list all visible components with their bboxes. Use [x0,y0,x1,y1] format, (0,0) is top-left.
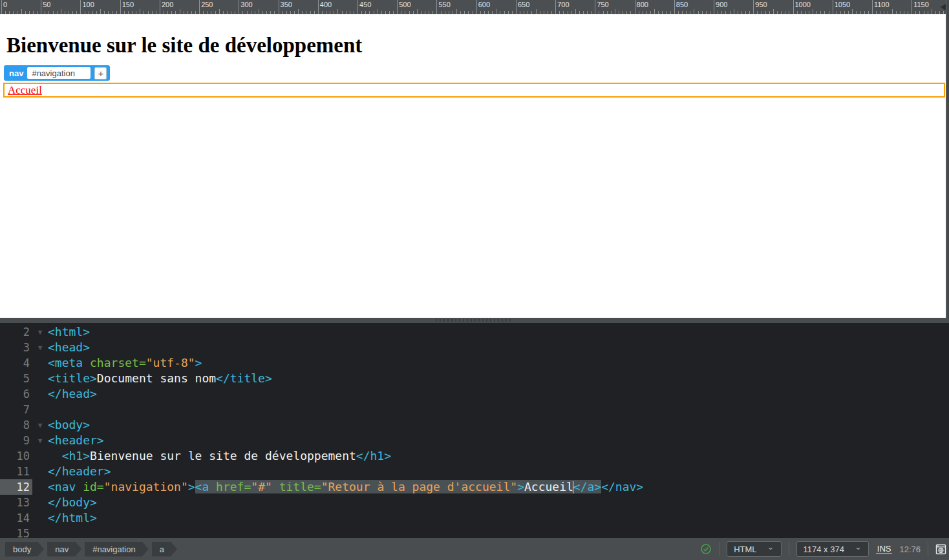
ruler-major-tick [793,0,794,14]
ruler-label: 350 [281,1,292,8]
cursor-position: 12:76 [899,544,921,554]
line-number: 4 [0,355,32,371]
ruler-tick [337,9,338,14]
code-line-15[interactable]: 15 [0,526,949,538]
element-tag-label[interactable]: nav [9,68,23,78]
code-text: </html> [48,510,97,526]
line-number: 12 [0,479,32,495]
code-line-11[interactable]: 11</header> [0,464,949,479]
code-fold-icon[interactable]: ▼ [32,421,48,430]
dreamweaver-window: 0501001502002503003504004505005506006507… [0,0,949,560]
line-number: 8 [0,417,32,433]
ruler-label: 500 [399,1,411,8]
selected-nav-element[interactable]: Accueil [3,83,945,98]
code-view[interactable]: 2▼<html>3▼<head>4<meta charset="utf-8">5… [0,323,949,538]
code-text: </header> [48,464,111,479]
element-id-input[interactable]: #navigation [27,67,91,79]
ruler-tick [932,9,932,14]
code-line-5[interactable]: 5<title>Document sans nom</title> [0,371,949,386]
line-number: 13 [0,495,32,510]
line-number: 7 [0,402,32,417]
ruler-label: 400 [320,1,332,8]
code-line-12[interactable]: 12<nav id="navigation"><a href="#" title… [0,479,949,495]
code-fold-icon[interactable]: ▼ [32,344,48,352]
horizontal-ruler: 0501001502002503003504004505005506006507… [0,0,949,14]
separator [928,542,928,556]
ruler-label: 950 [755,1,767,8]
chevron-down-icon: ⌄ [767,544,774,550]
code-line-6[interactable]: 6</head> [0,386,949,402]
accueil-link[interactable]: Accueil [8,84,42,97]
ruler-label: 800 [637,1,648,8]
line-number: 9 [0,433,32,448]
ruler-tick [378,9,378,14]
code-text: <body> [48,417,90,433]
ruler-major-tick [436,0,437,14]
split-view-divider[interactable] [0,318,949,323]
code-text: <head> [48,340,90,355]
ruler-tick [456,9,457,14]
tag-selector-body[interactable]: body [5,542,44,557]
ruler-tick [417,9,418,14]
line-number: 3 [0,340,32,355]
doc-type-dropdown[interactable]: HTML ⌄ [727,541,781,557]
ruler-tick [654,9,655,14]
window-size-value: 1174 x 374 [804,544,844,554]
add-class-id-button[interactable]: + [94,67,107,79]
code-line-8[interactable]: 8▼<body> [0,417,949,433]
tag-selector-navigation[interactable]: #navigation [85,542,149,557]
tag-selector-a[interactable]: a [152,542,177,557]
ruler-label: 1150 [913,1,929,8]
ruler-tick [61,9,61,14]
code-line-2[interactable]: 2▼<html> [0,324,949,340]
code-line-7[interactable]: 7 [0,402,949,417]
ruler-label: 1050 [835,1,850,8]
ruler-tick [773,9,774,14]
code-line-9[interactable]: 9▼<header> [0,433,949,448]
ruler-tick [892,9,893,14]
status-bar-right: HTML ⌄ 1174 x 374 ⌄ INS 12:76 [700,538,946,560]
ruler-major-tick [239,0,239,14]
line-number: 10 [0,448,32,464]
live-preview-icon[interactable] [935,543,946,555]
separator [719,542,720,556]
ruler-label: 50 [43,1,50,8]
code-line-10[interactable]: 10 <h1>Bienvenue sur le site de développ… [0,448,949,464]
code-line-13[interactable]: 13</body> [0,495,949,510]
line-number: 11 [0,464,32,479]
ruler-label: 550 [438,1,450,8]
ruler-tick [734,9,734,14]
ruler-major-tick [318,0,319,14]
code-line-14[interactable]: 14</html> [0,510,949,526]
code-line-3[interactable]: 3▼<head> [0,340,949,355]
code-fold-icon[interactable]: ▼ [32,437,48,445]
code-text: <meta charset="utf-8"> [48,355,202,371]
ruler-tick [219,9,220,14]
page-heading: Bienvenue sur le site de développement [6,34,362,57]
code-text: </head> [48,386,97,402]
ruler-label: 1000 [795,1,811,8]
code-line-4[interactable]: 4<meta charset="utf-8"> [0,355,949,371]
ruler-major-tick [912,0,912,14]
ruler-major-tick [516,0,517,14]
ruler-label: 200 [162,1,173,8]
ruler-label: 600 [478,1,490,8]
ruler-label: 650 [518,1,529,8]
ruler-major-tick [397,0,398,14]
chevron-down-icon: ⌄ [855,544,862,550]
ruler-tick [852,9,853,14]
window-size-dropdown[interactable]: 1174 x 374 ⌄ [796,541,869,557]
separator [789,542,789,556]
insert-mode-indicator[interactable]: INS [876,544,893,554]
ruler-tick [298,9,299,14]
ruler-tick [813,9,813,14]
ruler-tick [536,9,537,14]
design-view[interactable]: Bienvenue sur le site de développement n… [0,14,949,318]
ruler-label: 450 [359,1,371,8]
vertical-scrollbar[interactable] [946,0,949,318]
code-fold-icon[interactable]: ▼ [32,328,48,337]
ruler-major-tick [199,0,200,14]
tag-selector: bodynav#navigationa [0,542,177,557]
tag-selector-nav[interactable]: nav [47,542,81,557]
ruler-major-tick [160,0,160,14]
